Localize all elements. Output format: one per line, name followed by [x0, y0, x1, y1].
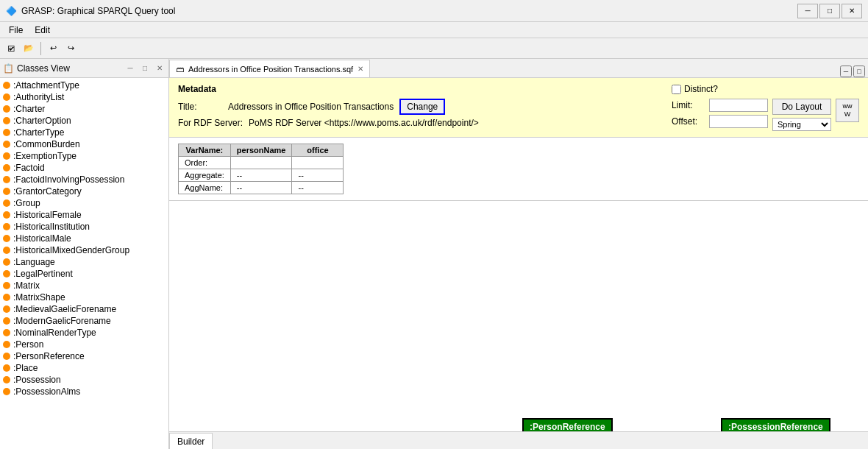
person-reference-node[interactable]: :PersonReference reference: [522, 418, 613, 431]
tab-icon: 🗃: [176, 65, 184, 74]
toolbar-separator: [40, 42, 41, 55]
limit-row: Limit:: [672, 99, 768, 112]
table-cell: AggName:: [179, 182, 231, 194]
class-dot: [3, 305, 10, 313]
builder-tab-bar: Builder: [169, 431, 868, 449]
server-label: For RDF Server:: [178, 118, 243, 128]
metadata-section-title: Metadata: [178, 84, 660, 94]
class-dot: [3, 93, 10, 101]
classes-panel-title: Classes View: [17, 63, 121, 74]
class-dot: [3, 329, 10, 336]
list-item[interactable]: :PersonReference: [0, 350, 168, 362]
table-cell: [230, 157, 292, 169]
layout-select[interactable]: Spring: [772, 118, 831, 131]
list-item[interactable]: :Factoid: [0, 162, 168, 174]
list-item[interactable]: :Place: [0, 362, 168, 374]
list-item[interactable]: :AuthorityList: [0, 91, 168, 103]
list-item[interactable]: :GrantorCategory: [0, 185, 168, 197]
list-item[interactable]: :CharterOption: [0, 115, 168, 127]
title-bar-left: 🔷 GRASP: Graphical SPARQL Query tool: [6, 6, 175, 16]
maximize-button[interactable]: □: [819, 4, 840, 18]
class-dot: [3, 164, 10, 172]
menu-edit[interactable]: Edit: [29, 24, 56, 37]
tab-minimize-button[interactable]: ─: [840, 66, 852, 77]
graph-canvas[interactable]: :PersonReference reference :PossessionRe…: [169, 201, 868, 431]
limit-input[interactable]: [709, 99, 768, 112]
server-value: PoMS RDF Server <https://www.poms.ac.uk/…: [249, 118, 479, 128]
list-item[interactable]: :HistoricalFemale: [0, 209, 168, 221]
title-bar: 🔷 GRASP: Graphical SPARQL Query tool ─ □…: [0, 0, 868, 22]
list-item[interactable]: :ExemptionType: [0, 150, 168, 162]
class-dot: [3, 341, 10, 348]
content-area: Metadata Title: Addressors in Office Pos…: [169, 78, 868, 431]
list-item[interactable]: :HistoricalMale: [0, 233, 168, 244]
main-tab[interactable]: 🗃 Addressors in Office Position Transact…: [169, 60, 370, 77]
query-table: VarName: personName office Order: Aggreg…: [178, 144, 344, 194]
tab-maximize-button[interactable]: □: [853, 66, 865, 77]
close-button[interactable]: ✕: [842, 4, 862, 18]
metadata-left: Metadata Title: Addressors in Office Pos…: [178, 84, 660, 131]
offset-label: Offset:: [672, 116, 705, 127]
list-item[interactable]: :ModernGaelicForename: [0, 315, 168, 327]
classes-panel-expand-icon[interactable]: □: [139, 63, 151, 74]
toolbar-open[interactable]: 📂: [21, 40, 37, 57]
class-dot: [3, 247, 10, 254]
classes-panel-close-icon[interactable]: ✕: [154, 63, 166, 74]
possession-reference-node[interactable]: :PossessionReference possessionreference: [721, 418, 830, 431]
app-title: GRASP: Graphical SPARQL Query tool: [21, 6, 175, 16]
class-dot: [3, 364, 10, 372]
menu-bar: File Edit: [0, 22, 868, 38]
list-item[interactable]: :Possession: [0, 374, 168, 386]
table-row: Order:: [179, 157, 344, 169]
list-item[interactable]: :LegalPertinent: [0, 268, 168, 280]
change-button[interactable]: Change: [399, 99, 445, 115]
list-item[interactable]: :Group: [0, 197, 168, 209]
metadata-server-row: For RDF Server: PoMS RDF Server <https:/…: [178, 118, 660, 128]
table-cell: --: [292, 182, 344, 194]
classes-panel-minimize-icon[interactable]: ─: [124, 63, 136, 74]
distinct-row: Distinct?: [672, 84, 859, 94]
list-item[interactable]: :MatrixShape: [0, 291, 168, 303]
www-button[interactable]: wwW: [836, 99, 859, 122]
table-row: AggName: -- --: [179, 182, 344, 194]
class-dot: [3, 82, 10, 89]
list-item[interactable]: :CharterType: [0, 127, 168, 138]
list-item[interactable]: :Language: [0, 256, 168, 268]
node-box: :PersonReference reference: [522, 418, 613, 431]
list-item[interactable]: :HistoricalMixedGenderGroup: [0, 244, 168, 256]
list-item[interactable]: :PossessionAlms: [0, 386, 168, 397]
do-layout-button[interactable]: Do Layout: [772, 99, 831, 115]
list-item[interactable]: :AttachmentType: [0, 79, 168, 91]
minimize-button[interactable]: ─: [797, 4, 818, 18]
toolbar-undo[interactable]: ↩: [45, 40, 61, 57]
list-item[interactable]: :HistoricalInstitution: [0, 221, 168, 233]
class-dot: [3, 129, 10, 136]
title-label: Title:: [178, 102, 222, 112]
offset-input[interactable]: [709, 115, 768, 128]
app-icon: 🔷: [6, 6, 17, 16]
metadata-title-row: Title: Addressors in Office Position Tra…: [178, 99, 660, 115]
list-item[interactable]: :Matrix: [0, 280, 168, 291]
class-dot: [3, 199, 10, 207]
list-item[interactable]: :Charter: [0, 103, 168, 115]
classes-panel-icon: 📋: [3, 63, 14, 74]
metadata-right: Distinct? Limit: Offset:: [672, 84, 859, 131]
classes-panel: 📋 Classes View ─ □ ✕ :AttachmentType :Au…: [0, 59, 169, 449]
list-item[interactable]: :FactoidInvolvingPossession: [0, 174, 168, 185]
toolbar: 🗹 📂 ↩ ↪: [0, 38, 868, 59]
table-cell: --: [230, 169, 292, 182]
tab-close-icon[interactable]: ✕: [357, 65, 363, 73]
offset-row: Offset:: [672, 115, 768, 128]
toolbar-redo[interactable]: ↪: [63, 40, 79, 57]
toolbar-new[interactable]: 🗹: [3, 40, 19, 57]
list-item[interactable]: :NominalRenderType: [0, 327, 168, 339]
list-item[interactable]: :Person: [0, 339, 168, 350]
list-item[interactable]: :MedievalGaelicForename: [0, 303, 168, 315]
menu-file[interactable]: File: [3, 24, 29, 37]
distinct-checkbox[interactable]: [672, 85, 681, 94]
list-item[interactable]: :CommonBurden: [0, 138, 168, 150]
title-bar-controls: ─ □ ✕: [797, 4, 862, 18]
class-dot: [3, 117, 10, 124]
builder-tab[interactable]: Builder: [169, 433, 213, 449]
class-dot: [3, 258, 10, 266]
